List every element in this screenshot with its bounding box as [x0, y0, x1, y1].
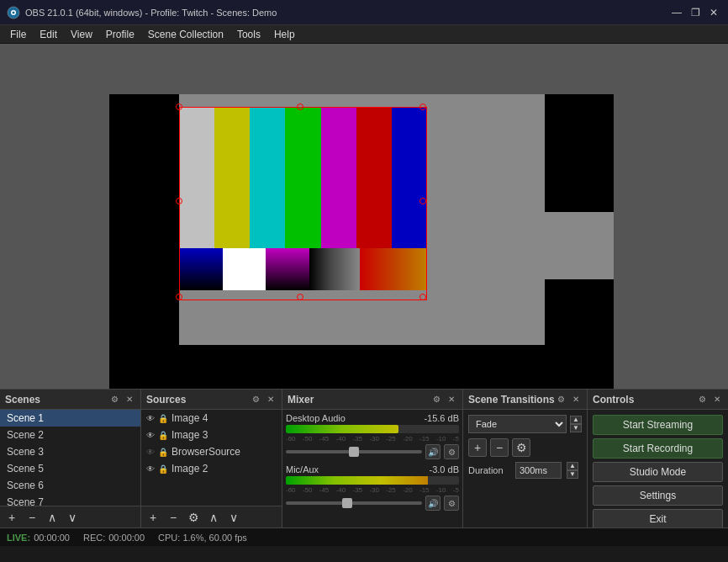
transitions-config-icon[interactable]: ⚙ — [555, 394, 567, 406]
scene-item[interactable]: Scene 7 — [0, 494, 140, 506]
start-streaming-button[interactable]: Start Streaming — [593, 415, 723, 435]
scene-item[interactable]: Scene 1 — [0, 410, 140, 427]
scenes-remove-button[interactable]: − — [24, 509, 40, 526]
rec-label: REC: — [83, 533, 105, 543]
bar-blue — [392, 107, 427, 248]
sources-close-icon[interactable]: ✕ — [265, 394, 277, 406]
handle-bc[interactable] — [297, 294, 303, 300]
mixer-header-icons: ⚙ ✕ — [430, 394, 457, 406]
source-item[interactable]: 👁 🔒 BrowserSource — [141, 443, 282, 460]
sources-add-button[interactable]: + — [145, 509, 161, 526]
lock-icon[interactable]: 🔒 — [158, 431, 168, 440]
mixer-track-mic-db: -3.0 dB — [430, 464, 459, 475]
transitions-gear-button[interactable]: ⚙ — [512, 438, 530, 457]
desktop-fader[interactable] — [286, 450, 422, 453]
sources-down-button[interactable]: ∨ — [225, 509, 242, 526]
start-recording-button[interactable]: Start Recording — [593, 438, 723, 459]
mic-mute-button[interactable]: 🔊 — [425, 496, 440, 511]
desktop-mute-button[interactable]: 🔊 — [425, 444, 440, 459]
lock-icon[interactable]: 🔒 — [158, 448, 168, 457]
transitions-remove-button[interactable]: − — [490, 438, 509, 457]
transitions-add-button[interactable]: + — [468, 438, 487, 457]
eye-hidden-icon[interactable]: 👁 — [146, 448, 155, 457]
scenes-add-button[interactable]: + — [3, 509, 20, 526]
rec-time: 00:00:00 — [108, 533, 145, 543]
handle-tr[interactable] — [419, 103, 426, 110]
live-status: LIVE: 00:00:00 — [7, 533, 70, 543]
handle-bl[interactable] — [176, 294, 182, 300]
black-block-left — [109, 94, 179, 389]
scenes-up-button[interactable]: ∧ — [44, 509, 61, 526]
mixer-config-icon[interactable]: ⚙ — [430, 394, 442, 406]
mic-fader[interactable] — [286, 501, 422, 505]
scene-item[interactable]: Scene 3 — [0, 443, 140, 460]
maximize-button[interactable]: ❐ — [688, 5, 703, 20]
eye-icon[interactable]: 👁 — [146, 431, 155, 440]
transitions-down-arrow[interactable]: ▼ — [570, 424, 582, 432]
eye-icon[interactable]: 👁 — [146, 464, 155, 474]
scenes-panel-header: Scenes ⚙ ✕ — [0, 390, 140, 410]
source-item[interactable]: 👁 🔒 Image 2 — [141, 460, 282, 477]
handle-tc[interactable] — [297, 103, 303, 110]
transitions-close-icon[interactable]: ✕ — [570, 394, 582, 406]
scenes-close-icon[interactable]: ✕ — [124, 394, 135, 406]
mixer-close-icon[interactable]: ✕ — [446, 394, 457, 406]
exit-button[interactable]: Exit — [593, 509, 723, 528]
settings-button[interactable]: Settings — [593, 485, 723, 506]
sources-list: 👁 🔒 Image 4 👁 🔒 Image 3 👁 🔒 BrowserSourc… — [141, 410, 282, 506]
transitions-select[interactable]: Fade Cut Swipe Slide — [468, 415, 567, 433]
mixer-mic-controls: 🔊 ⚙ — [286, 496, 459, 511]
mic-fader-thumb[interactable] — [342, 498, 352, 508]
menu-help[interactable]: Help — [267, 25, 302, 44]
lock-icon[interactable]: 🔒 — [158, 464, 168, 474]
transitions-add-row: + − ⚙ — [468, 438, 582, 457]
sources-settings-button[interactable]: ⚙ — [185, 509, 202, 526]
minimize-button[interactable]: — — [669, 5, 684, 20]
scenes-down-button[interactable]: ∨ — [64, 509, 81, 526]
scenes-footer: + − ∧ ∨ — [0, 506, 140, 528]
mic-settings-button[interactable]: ⚙ — [444, 496, 459, 511]
scene-item[interactable]: Scene 6 — [0, 477, 140, 494]
handle-mr[interactable] — [419, 198, 426, 204]
black-block-bottom — [179, 345, 545, 389]
sources-up-button[interactable]: ∧ — [205, 509, 222, 526]
transitions-up-arrow[interactable]: ▲ — [570, 416, 582, 424]
duration-down-arrow[interactable]: ▼ — [567, 470, 578, 479]
live-label: LIVE: — [7, 533, 30, 543]
scene-item[interactable]: Scene 5 — [0, 460, 140, 477]
mixer-meter-desktop-fill — [286, 425, 398, 433]
sources-config-icon[interactable]: ⚙ — [250, 394, 261, 406]
sources-remove-button[interactable]: − — [165, 509, 182, 526]
transitions-panel-title: Scene Transitions — [468, 394, 555, 406]
mixer-track-desktop-name: Desktop Audio — [286, 413, 346, 423]
controls-config-icon[interactable]: ⚙ — [696, 394, 708, 406]
handle-tl[interactable] — [176, 103, 182, 110]
controls-close-icon[interactable]: ✕ — [711, 394, 723, 406]
studio-mode-button[interactable]: Studio Mode — [593, 462, 723, 482]
duration-input[interactable] — [515, 462, 562, 479]
lock-icon[interactable]: 🔒 — [158, 414, 168, 423]
desktop-settings-button[interactable]: ⚙ — [444, 444, 459, 459]
menu-profile[interactable]: Profile — [99, 25, 141, 44]
eye-icon[interactable]: 👁 — [146, 414, 155, 423]
mixer-content: Desktop Audio -15.6 dB -60-50-45-40-35-3… — [282, 410, 462, 528]
menu-file[interactable]: File — [3, 25, 33, 44]
handle-br[interactable] — [419, 294, 426, 300]
duration-up-arrow[interactable]: ▲ — [567, 462, 578, 470]
menu-view[interactable]: View — [64, 25, 99, 44]
mixer-meter-mic-fill — [286, 476, 428, 485]
source-item[interactable]: 👁 🔒 Image 4 — [141, 410, 282, 427]
close-button[interactable]: ✕ — [706, 5, 721, 20]
desktop-fader-thumb[interactable] — [349, 447, 359, 457]
scenes-list: Scene 1 Scene 2 Scene 3 Scene 5 Scene 6 … — [0, 410, 140, 506]
bar-white — [179, 107, 214, 248]
scenes-config-icon[interactable]: ⚙ — [108, 394, 120, 406]
source-item[interactable]: 👁 🔒 Image 3 — [141, 427, 282, 443]
mixer-meter-desktop — [286, 425, 459, 433]
handle-ml[interactable] — [176, 198, 182, 204]
mixer-meter-mic — [286, 476, 459, 485]
menu-edit[interactable]: Edit — [33, 25, 64, 44]
scene-item[interactable]: Scene 2 — [0, 427, 140, 443]
menu-scene-collection[interactable]: Scene Collection — [141, 25, 230, 44]
menu-tools[interactable]: Tools — [230, 25, 267, 44]
